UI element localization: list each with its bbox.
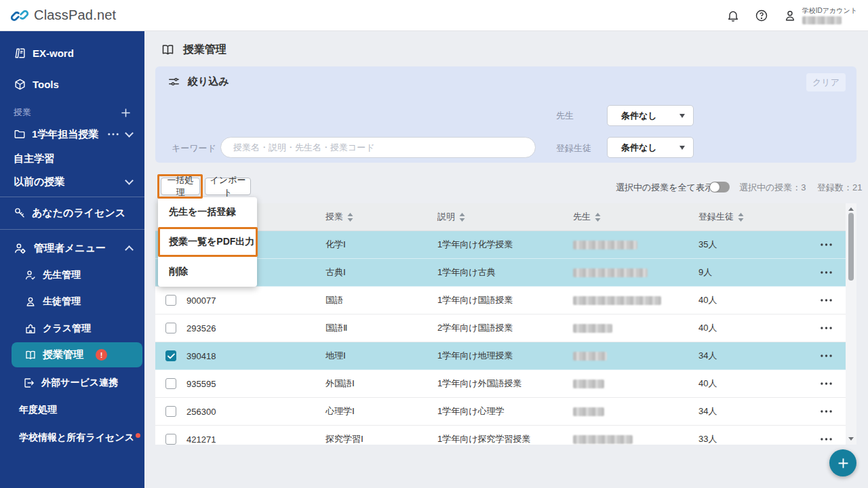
table-row[interactable]: 935595 外国語Ⅰ 1学年向け外国語授業 40人 <box>155 370 846 398</box>
cell-class-code: 421271 <box>186 434 326 445</box>
scrollbar-thumb[interactable] <box>848 213 854 281</box>
classpad-logo-icon <box>11 7 28 24</box>
sidebar-section-classes: 授業 <box>0 103 144 122</box>
teacher-filter-dropdown[interactable]: 条件なし <box>607 105 694 126</box>
table-row[interactable]: 256300 心理学Ⅰ 1学年向け心理学 34人 <box>155 398 846 426</box>
sidebar-item-school-info[interactable]: 学校情報と所有ライセンス <box>0 428 144 447</box>
students-filter-dropdown[interactable]: 条件なし <box>607 137 694 158</box>
alert-badge: ! <box>96 349 107 361</box>
cell-class-name: 地理Ⅰ <box>326 350 437 362</box>
table-row[interactable]: 化学Ⅰ 1学年向け化学授業 35人 <box>155 231 846 259</box>
add-class-fab[interactable] <box>829 449 856 476</box>
notification-dot <box>136 433 140 438</box>
more-options-icon[interactable] <box>108 133 119 136</box>
cube-icon <box>14 78 26 91</box>
cell-description: 1学年向け心理学 <box>437 405 573 418</box>
table-header-row: 授業 説明 先生 登録生徒 <box>155 203 856 231</box>
batch-process-menu: 先生を一括登録 授業一覧をPDF出力 削除 <box>158 197 257 287</box>
sidebar-item-your-license[interactable]: あなたのライセンス <box>0 203 144 222</box>
caret-down-icon <box>679 146 685 150</box>
cell-class-name: 国語 <box>326 294 437 306</box>
row-checkbox[interactable] <box>165 350 176 361</box>
row-actions-button[interactable] <box>818 380 835 388</box>
table-row[interactable]: 390418 地理Ⅰ 1学年向け地理授業 34人 <box>155 342 846 370</box>
cell-teacher-blurred <box>573 241 637 249</box>
cell-description: 1学年向け探究学習授業 <box>437 433 573 445</box>
table-scrollbar[interactable] <box>846 203 856 445</box>
sidebar-item-external-services[interactable]: 外部サービス連携 <box>0 373 144 392</box>
filter-panel: 絞り込み クリア 先生 条件なし キーワード 登録生徒 条件なし <box>155 66 856 163</box>
sidebar-item-admin-menu[interactable]: 管理者メニュー <box>0 239 144 258</box>
sidebar-divider <box>0 229 144 230</box>
chevron-down-icon[interactable] <box>125 176 134 185</box>
sidebar-item-grade1-classes[interactable]: 1学年担当授業 <box>0 125 144 144</box>
table-row[interactable]: 900077 国語 1学年向け国語授業 40人 <box>155 287 846 314</box>
folder-icon <box>14 128 26 141</box>
row-checkbox[interactable] <box>165 434 176 445</box>
cell-class-name: 化学Ⅰ <box>326 239 437 251</box>
cell-student-count: 9人 <box>698 266 787 279</box>
keyword-search-input[interactable] <box>220 137 536 158</box>
row-actions-button[interactable] <box>818 268 835 277</box>
toggle-knob <box>710 182 719 192</box>
menu-item-export-pdf[interactable]: 授業一覧をPDF出力 <box>158 227 257 257</box>
open-book-icon <box>24 349 37 361</box>
show-selected-toggle[interactable] <box>709 182 730 192</box>
help-icon[interactable] <box>755 9 768 22</box>
selected-count: 選択中の授業：3 <box>739 182 806 194</box>
show-selected-label: 選択中の授業を全て表示 <box>616 182 713 194</box>
sidebar-item-teacher-management[interactable]: 先生管理 <box>0 266 144 285</box>
ellipsis-icon <box>821 243 832 246</box>
notifications-bell-icon[interactable] <box>726 9 740 22</box>
column-header-teacher[interactable]: 先生 <box>573 211 601 223</box>
school-building-icon <box>24 323 37 335</box>
menu-item-delete[interactable]: 削除 <box>158 257 257 287</box>
row-actions-button[interactable] <box>818 352 835 360</box>
row-checkbox[interactable] <box>165 295 176 306</box>
chevron-down-icon[interactable] <box>125 129 134 138</box>
add-class-icon[interactable] <box>121 108 131 118</box>
sidebar: EX-word Tools 授業 1学年担当授業 自主学習 以前の授業 <box>0 31 144 488</box>
column-header-students[interactable]: 登録生徒 <box>698 211 744 223</box>
app-logo: ClassPad.net <box>11 7 116 24</box>
row-actions-button[interactable] <box>818 407 835 415</box>
account-menu[interactable]: 学校IDアカウント <box>783 7 857 24</box>
batch-process-button[interactable]: 一括処理 <box>161 178 200 195</box>
person-gear-icon <box>14 242 26 255</box>
sidebar-item-tools[interactable]: Tools <box>0 75 144 94</box>
cell-teacher-blurred <box>573 296 661 305</box>
row-actions-button[interactable] <box>818 241 835 249</box>
import-button[interactable]: インポート <box>205 178 251 195</box>
sidebar-item-lesson-management[interactable]: 授業管理 ! <box>12 342 142 367</box>
row-checkbox[interactable] <box>165 323 176 333</box>
row-checkbox[interactable] <box>165 378 176 389</box>
sidebar-item-previous-classes[interactable]: 以前の授業 <box>0 172 144 191</box>
sidebar-item-class-management[interactable]: クラス管理 <box>0 319 144 338</box>
cell-teacher-blurred <box>573 268 648 277</box>
sidebar-item-year-process[interactable]: 年度処理 <box>0 401 144 420</box>
row-actions-button[interactable] <box>818 296 835 304</box>
sidebar-item-student-management[interactable]: 生徒管理 <box>0 292 144 311</box>
cell-student-count: 35人 <box>698 239 787 251</box>
ellipsis-icon <box>821 410 832 413</box>
sidebar-item-self-study[interactable]: 自主学習 <box>0 149 144 168</box>
table-row[interactable]: 古典Ⅰ 1学年向け古典 9人 <box>155 259 846 287</box>
row-actions-button[interactable] <box>818 324 835 332</box>
table-row[interactable]: 421271 探究学習Ⅰ 1学年向け探究学習授業 33人 <box>155 426 846 445</box>
ellipsis-icon <box>821 382 832 385</box>
box-arrow-icon <box>23 377 35 389</box>
chevron-up-icon[interactable] <box>125 245 134 254</box>
row-checkbox[interactable] <box>165 406 176 417</box>
table-row[interactable]: 293526 国語Ⅱ 2学年向け国語授業 40人 <box>155 314 846 342</box>
cell-teacher-blurred <box>573 435 633 444</box>
keyword-label: キーワード <box>172 142 216 155</box>
scroll-down-arrow[interactable] <box>848 437 854 441</box>
row-actions-button[interactable] <box>818 435 835 443</box>
sidebar-item-ex-word[interactable]: EX-word <box>0 43 144 62</box>
menu-item-bulk-register-teachers[interactable]: 先生を一括登録 <box>158 197 257 227</box>
column-header-description[interactable]: 説明 <box>437 211 465 223</box>
cell-class-name: 外国語Ⅰ <box>326 378 437 390</box>
scroll-up-arrow[interactable] <box>848 207 854 211</box>
column-header-class[interactable]: 授業 <box>326 211 353 223</box>
clear-filter-button[interactable]: クリア <box>806 73 846 92</box>
